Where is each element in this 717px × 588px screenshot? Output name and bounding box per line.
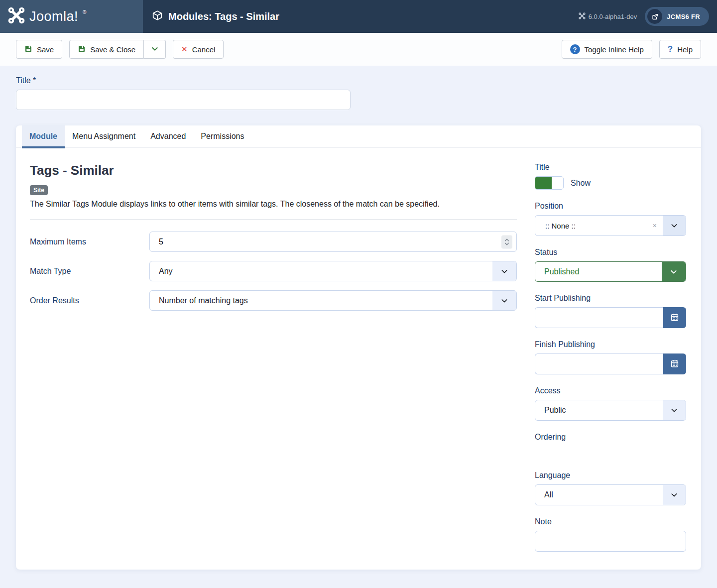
tab-menu-assignment[interactable]: Menu Assignment <box>65 125 143 147</box>
main-content: Title * Module Menu Assignment Advanced … <box>0 76 717 570</box>
action-toolbar: Save Save & Close <box>0 33 717 66</box>
save-floppy-icon <box>78 45 86 54</box>
access-value: Public <box>535 406 663 415</box>
language-label: Language <box>535 471 686 480</box>
save-and-close-label: Save & Close <box>90 45 135 54</box>
status-group: Status Published <box>535 248 686 282</box>
question-mark-icon: ? <box>668 44 673 54</box>
save-button[interactable]: Save <box>16 40 62 59</box>
module-title-input[interactable] <box>16 90 351 110</box>
save-close-group: Save & Close <box>69 40 166 59</box>
language-select[interactable]: All <box>535 484 686 505</box>
cancel-button[interactable]: ✕ Cancel <box>173 40 224 59</box>
position-value: :: None :: <box>535 222 653 230</box>
help-label: Help <box>677 45 693 54</box>
brand-name: Joomla! <box>29 9 78 24</box>
finish-publishing-input[interactable] <box>535 353 663 374</box>
show-title-toggle[interactable] <box>535 176 564 190</box>
chevron-down-icon <box>492 291 516 310</box>
start-publishing-calendar-button[interactable] <box>663 307 686 328</box>
ordering-empty-space <box>535 446 686 459</box>
question-circle-icon: ? <box>570 44 580 54</box>
order-results-label: Order Results <box>30 296 149 305</box>
status-label: Status <box>535 248 686 257</box>
match-type-select[interactable]: Any <box>149 261 517 281</box>
help-button[interactable]: ? Help <box>659 40 701 59</box>
calendar-icon <box>670 359 679 369</box>
status-select[interactable]: Published <box>535 261 686 282</box>
position-group: Position :: None :: × <box>535 202 686 236</box>
joomla-version-icon <box>579 12 586 21</box>
module-title-label: Title * <box>16 76 701 85</box>
page-title: Modules: Tags - Similar <box>168 11 279 22</box>
form-tabs: Module Menu Assignment Advanced Permissi… <box>16 125 701 148</box>
number-stepper[interactable] <box>501 235 512 248</box>
maximum-items-label: Maximum Items <box>30 237 149 246</box>
edit-form-card: Module Menu Assignment Advanced Permissi… <box>16 125 701 570</box>
site-button-label: JCMS6 FR <box>667 13 700 20</box>
match-type-row: Match Type Any <box>30 261 517 281</box>
chevron-down-icon <box>663 485 686 505</box>
note-group: Note <box>535 517 686 552</box>
chevron-down-icon <box>492 261 516 281</box>
save-options-dropdown-button[interactable] <box>144 40 166 59</box>
access-select[interactable]: Public <box>535 400 686 421</box>
clear-selection-icon[interactable]: × <box>653 222 657 230</box>
toggle-on-segment <box>535 177 552 189</box>
version-info: 6.0.0-alpha1-dev <box>579 12 637 21</box>
note-label: Note <box>535 517 686 526</box>
maximum-items-row: Maximum Items <box>30 232 517 252</box>
save-floppy-icon <box>24 45 32 54</box>
cancel-x-icon: ✕ <box>181 45 188 54</box>
brand-registered-mark: ® <box>83 9 86 15</box>
tab-permissions[interactable]: Permissions <box>193 125 251 147</box>
start-publishing-label: Start Publishing <box>535 294 686 303</box>
finish-publishing-control <box>535 353 686 374</box>
chevron-down-icon <box>663 216 686 235</box>
match-type-control: Any <box>149 261 517 281</box>
page-head: Modules: Tags - Similar <box>143 0 579 33</box>
finish-publishing-group: Finish Publishing <box>535 340 686 374</box>
save-label: Save <box>37 45 54 54</box>
tab-advanced[interactable]: Advanced <box>143 125 193 147</box>
calendar-icon <box>670 313 679 323</box>
toggle-inline-help-button[interactable]: ? Toggle Inline Help <box>562 40 652 59</box>
order-results-value: Number of matching tags <box>150 296 492 305</box>
joomla-logo[interactable]: Joomla! ® <box>0 0 143 33</box>
toolbar-right: ? Toggle Inline Help ? Help <box>562 40 702 59</box>
show-title-toggle-row: Show <box>535 176 686 190</box>
finish-publishing-label: Finish Publishing <box>535 340 686 349</box>
tab-module[interactable]: Module <box>22 125 65 147</box>
start-publishing-control <box>535 307 686 328</box>
top-header: Joomla! ® Modules: Tags - Similar <box>0 0 717 33</box>
ordering-group: Ordering <box>535 433 686 459</box>
position-combobox[interactable]: :: None :: × <box>535 215 686 236</box>
order-results-select[interactable]: Number of matching tags <box>149 290 517 311</box>
ordering-label: Ordering <box>535 433 686 442</box>
language-group: Language All <box>535 471 686 505</box>
cancel-label: Cancel <box>192 45 216 54</box>
show-title-group: Title Show <box>535 163 686 190</box>
site-badge: Site <box>30 185 48 195</box>
version-label: 6.0.0-alpha1-dev <box>589 13 637 20</box>
header-right: 6.0.0-alpha1-dev JCMS6 FR <box>579 0 717 33</box>
order-results-control: Number of matching tags <box>149 290 517 311</box>
note-input[interactable] <box>535 531 686 552</box>
external-link-icon <box>647 9 662 24</box>
match-type-label: Match Type <box>30 267 149 276</box>
preview-site-button[interactable]: JCMS6 FR <box>645 7 709 26</box>
start-publishing-input[interactable] <box>535 307 663 328</box>
start-publishing-group: Start Publishing <box>535 294 686 328</box>
module-heading: Tags - Similar <box>30 163 517 178</box>
save-and-close-button[interactable]: Save & Close <box>69 40 144 59</box>
module-cube-icon <box>152 10 163 23</box>
chevron-down-icon <box>151 45 159 54</box>
finish-publishing-calendar-button[interactable] <box>663 353 686 374</box>
show-title-label: Title <box>535 163 686 172</box>
maximum-items-input[interactable] <box>149 232 517 252</box>
chevron-down-icon <box>662 262 686 281</box>
access-label: Access <box>535 386 686 395</box>
module-settings-sidebar: Title Show Position :: None :: × <box>535 163 686 552</box>
toolbar-left: Save Save & Close <box>16 40 224 59</box>
show-title-state-label: Show <box>571 179 591 188</box>
